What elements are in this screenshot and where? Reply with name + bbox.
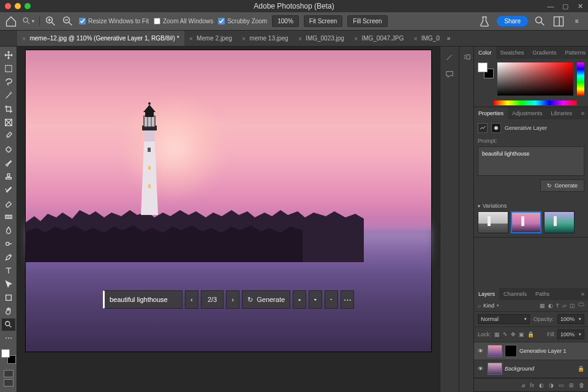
tab-close-icon[interactable]: × bbox=[22, 35, 26, 42]
zoom-all-input[interactable] bbox=[154, 18, 160, 24]
frame-tool[interactable] bbox=[2, 116, 15, 129]
document-tab[interactable]: ×IMG_0 bbox=[409, 31, 444, 46]
shape-tool[interactable] bbox=[2, 292, 15, 304]
tab-paths[interactable]: Paths bbox=[531, 288, 554, 300]
path-select-tool[interactable] bbox=[2, 278, 15, 290]
lock-paint-icon[interactable]: ✎ bbox=[503, 331, 508, 337]
search-icon[interactable] bbox=[534, 15, 546, 28]
zoom-out-icon[interactable] bbox=[62, 15, 74, 28]
filter-toggle[interactable] bbox=[578, 303, 584, 306]
tab-patterns[interactable]: Patterns bbox=[561, 47, 588, 59]
blend-mode-dropdown[interactable]: Normal▾ bbox=[478, 314, 530, 324]
tab-layers[interactable]: Layers bbox=[474, 288, 499, 300]
layer-thumbnail[interactable] bbox=[488, 345, 502, 357]
pen-tool[interactable] bbox=[2, 251, 15, 263]
lasso-tool[interactable] bbox=[2, 76, 15, 88]
tab-libraries[interactable]: Libraries bbox=[547, 107, 577, 119]
tab-swatches[interactable]: Swatches bbox=[496, 47, 529, 59]
quick-mask-button[interactable] bbox=[4, 370, 13, 377]
tab-color[interactable]: Color bbox=[474, 47, 496, 59]
marquee-tool[interactable] bbox=[2, 62, 15, 75]
new-layer-icon[interactable]: ⊞ bbox=[569, 382, 574, 388]
prompt-segment[interactable] bbox=[103, 290, 183, 309]
filter-type-icon[interactable]: T bbox=[556, 303, 560, 309]
document-tab[interactable]: ×IMG_0047.JPG bbox=[349, 31, 409, 46]
thumbs-down-button[interactable] bbox=[309, 290, 322, 309]
document-tab[interactable]: ×meme 13.jpeg bbox=[237, 31, 293, 46]
visibility-toggle[interactable]: 👁 bbox=[478, 366, 485, 372]
zoom-tool[interactable] bbox=[2, 318, 15, 331]
eraser-tool[interactable] bbox=[2, 197, 15, 209]
opacity-dropdown[interactable]: 100%▾ bbox=[557, 314, 584, 324]
variation-thumb[interactable] bbox=[478, 211, 508, 233]
filter-smart-icon[interactable]: ◫ bbox=[570, 303, 575, 309]
fill-dropdown[interactable]: 100%▾ bbox=[557, 330, 584, 339]
fg-bg-swatches[interactable] bbox=[1, 349, 16, 364]
blur-tool[interactable] bbox=[2, 224, 15, 236]
mask-icon[interactable]: ◐ bbox=[539, 382, 544, 388]
layer-name[interactable]: Background bbox=[505, 366, 575, 372]
thumbs-up-button[interactable] bbox=[293, 290, 306, 309]
dodge-tool[interactable] bbox=[2, 238, 15, 250]
layer-row[interactable]: 👁 Background 🔒 bbox=[474, 360, 588, 378]
wand-tool[interactable] bbox=[2, 89, 15, 102]
lock-trans-icon[interactable]: ▦ bbox=[494, 331, 500, 337]
next-variation-button[interactable]: › bbox=[226, 290, 239, 309]
type-tool[interactable] bbox=[2, 265, 15, 277]
scrubby-zoom-checkbox[interactable]: Scrubby Zoom bbox=[218, 18, 267, 24]
tab-properties[interactable]: Properties bbox=[474, 107, 508, 119]
generate-button[interactable]: ↻Generate bbox=[242, 290, 290, 309]
home-icon[interactable] bbox=[5, 15, 17, 28]
tab-close-icon[interactable]: × bbox=[298, 35, 302, 42]
crop-tool[interactable] bbox=[2, 103, 15, 115]
flag-button[interactable] bbox=[325, 290, 338, 309]
document-canvas[interactable]: ‹ 2/3 › ↻Generate ⋯ bbox=[26, 50, 431, 352]
color-fg-bg-swatch[interactable] bbox=[478, 62, 494, 78]
history-brush-tool[interactable] bbox=[2, 184, 15, 196]
maximize-window-button[interactable] bbox=[24, 3, 31, 9]
document-tab[interactable]: ×meme–12.jpg @ 110% (Generative Layer 1,… bbox=[17, 31, 184, 46]
canvas-area[interactable]: ‹ 2/3 › ↻Generate ⋯ bbox=[17, 47, 440, 392]
filter-adjust-icon[interactable]: ◐ bbox=[548, 303, 553, 309]
link-layers-icon[interactable]: ⌀ bbox=[522, 382, 525, 388]
group-icon[interactable]: ▭ bbox=[559, 382, 564, 388]
brush-tool[interactable] bbox=[2, 157, 15, 169]
history-panel-icon[interactable] bbox=[461, 51, 472, 62]
tab-close-icon[interactable]: × bbox=[189, 35, 193, 42]
lock-icon[interactable]: 🔒 bbox=[578, 366, 584, 372]
adjustment-icon[interactable]: ◑ bbox=[549, 382, 554, 388]
tab-channels[interactable]: Channels bbox=[499, 288, 531, 300]
hue-strip[interactable] bbox=[577, 62, 584, 96]
visibility-toggle[interactable]: 👁 bbox=[478, 348, 485, 354]
tab-close-icon[interactable]: × bbox=[242, 35, 246, 42]
prev-variation-button[interactable]: ‹ bbox=[185, 290, 198, 309]
tab-overflow-icon[interactable]: » bbox=[447, 35, 451, 42]
close-window-button[interactable] bbox=[5, 3, 11, 9]
properties-generate-button[interactable]: ↻Generate bbox=[540, 179, 584, 192]
tab-adjustments[interactable]: Adjustments bbox=[508, 107, 547, 119]
search-icon[interactable]: ⌕ bbox=[478, 303, 481, 309]
layer-name[interactable]: Generative Layer 1 bbox=[519, 348, 584, 354]
document-tab[interactable]: ×IMG_0023.jpg bbox=[293, 31, 349, 46]
screen-mode-button[interactable] bbox=[4, 379, 13, 386]
zoom-all-checkbox[interactable]: Zoom All Windows bbox=[154, 18, 213, 24]
minimize-window-button[interactable] bbox=[15, 3, 21, 9]
lock-all-icon[interactable]: 🔒 bbox=[527, 331, 534, 337]
color-field[interactable] bbox=[497, 62, 573, 96]
close-icon[interactable]: ✕ bbox=[576, 2, 584, 10]
resize-windows-input[interactable] bbox=[79, 18, 86, 24]
stamp-tool[interactable] bbox=[2, 170, 15, 183]
fill-screen-button[interactable]: Fill Screen bbox=[347, 15, 387, 27]
workspace-icon[interactable] bbox=[552, 15, 565, 28]
filter-pixel-icon[interactable]: ▦ bbox=[540, 303, 545, 309]
filter-shape-icon[interactable]: ▱ bbox=[562, 303, 567, 309]
document-tab[interactable]: ×Meme 2.jpeg bbox=[184, 31, 237, 46]
scrubby-input[interactable] bbox=[218, 18, 225, 24]
gradient-tool[interactable] bbox=[2, 211, 15, 223]
beaker-icon[interactable] bbox=[478, 15, 491, 28]
resize-windows-checkbox[interactable]: Resize Windows to Fit bbox=[79, 18, 149, 24]
restore-icon[interactable]: ▢ bbox=[561, 2, 570, 10]
brushes-panel-icon[interactable] bbox=[444, 51, 455, 62]
fx-icon[interactable]: fx bbox=[530, 382, 534, 388]
zoom-100-button[interactable]: 100% bbox=[272, 15, 299, 27]
